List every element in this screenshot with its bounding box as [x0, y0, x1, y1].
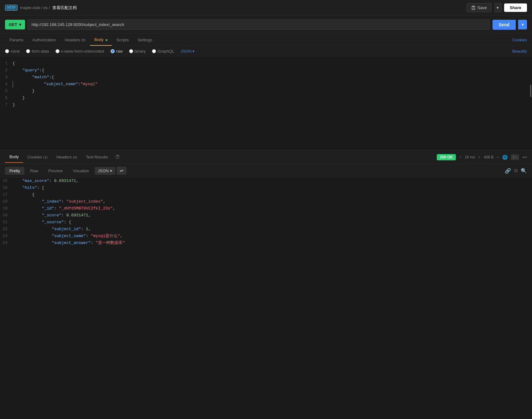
breadcrumb: maple-club / es / [20, 5, 50, 10]
resp-line-17: 17 { [0, 191, 532, 198]
json-chevron-icon: ▾ [192, 49, 195, 54]
cookies-link[interactable]: Cookies [512, 38, 527, 42]
status-badge: 200 OK [437, 154, 456, 160]
resp-line-18: 18 "_index": "subject_index", [0, 198, 532, 205]
top-bar: HTTP maple-club / es / 查看匹配文档 Save ▾ Sha… [0, 0, 532, 16]
response-tabs-bar: Body Cookies (1) Headers (4) Test Result… [0, 150, 532, 164]
save-dropdown-button[interactable]: ▾ [494, 3, 502, 12]
svg-rect-1 [472, 6, 474, 7]
response-size: 408 B [484, 155, 493, 159]
fmt-tab-preview[interactable]: Preview [44, 167, 67, 175]
send-button[interactable]: Send [493, 20, 516, 30]
wrap-lines-button[interactable]: ⇌ [117, 167, 127, 175]
editor-line-3: 3 "match":{ [0, 74, 532, 81]
method-select[interactable]: GET ▾ [5, 20, 25, 29]
response-icons: 🌐 E= ••• [502, 154, 527, 160]
fmt-tab-raw[interactable]: Raw [26, 167, 43, 175]
beautify-button[interactable]: Beautify [512, 49, 527, 54]
copy-icon[interactable]: ⧉ [514, 168, 518, 174]
editor-line-6: 6 } [0, 95, 532, 101]
url-input[interactable] [28, 19, 490, 30]
http-badge: HTTP [5, 5, 18, 11]
tab-params[interactable]: Params [5, 34, 28, 45]
editor-scrollbar[interactable] [530, 85, 531, 97]
editor-line-1: 1 { [0, 60, 532, 67]
editor-line-5: 5 } [0, 88, 532, 95]
resp-line-24: 24 "subject_answer": "是一种数据库" [0, 240, 532, 246]
more-options-icon[interactable]: ••• [522, 154, 527, 160]
top-bar-actions: Save ▾ Share [467, 3, 527, 12]
tab-scripts[interactable]: Scripts [112, 34, 133, 45]
save-button[interactable]: Save [467, 3, 492, 12]
share-button[interactable]: Share [504, 3, 527, 12]
response-meta: 16 ms 408 B [460, 155, 498, 159]
format-actions: 🔗 ⧉ 🔍 [505, 168, 527, 174]
response-time: 16 ms [465, 155, 475, 159]
tab-headers[interactable]: Headers (9) [60, 34, 90, 45]
resp-tab-cookies[interactable]: Cookies (1) [23, 152, 52, 163]
history-icon[interactable]: ⏱ [115, 154, 120, 160]
resp-tab-test-results[interactable]: Test Results [81, 152, 112, 163]
format-tabs-bar: Pretty Raw Preview Visualize JSON ▾ ⇌ 🔗 … [0, 164, 532, 178]
resp-line-20: 20 "_score": 0.6931471, [0, 212, 532, 219]
request-body-editor[interactable]: 1 { 2 "query":{ 3 "match":{ 4 "subject_n… [0, 56, 532, 150]
svg-rect-2 [472, 8, 474, 9]
editor-line-7: 7 } [0, 101, 532, 108]
body-options: none form-data x-www-form-urlencoded raw… [0, 46, 532, 56]
resp-line-16: 16 "hits": [ [0, 184, 532, 191]
response-body: 15 "max_score": 0.6931471, 16 "hits": [ … [0, 178, 532, 400]
body-active-dot [106, 39, 107, 41]
fmt-tab-pretty[interactable]: Pretty [5, 167, 24, 175]
table-icon[interactable]: E= [511, 154, 519, 160]
editor-line-4: 4 "subject_name":"mysql" [0, 81, 532, 88]
option-raw[interactable]: raw [111, 49, 123, 54]
save-icon [471, 6, 476, 10]
resp-line-15: 15 "max_score": 0.6931471, [0, 178, 532, 184]
resp-line-23: 23 "subject_name": "mysql是什么", [0, 233, 532, 240]
search-response-icon[interactable]: 🔍 [521, 168, 527, 174]
globe-icon[interactable]: 🌐 [502, 154, 508, 160]
send-dropdown-button[interactable]: ▾ [518, 20, 527, 29]
option-none[interactable]: none [5, 49, 20, 54]
option-form-data[interactable]: form-data [26, 49, 49, 54]
method-chevron-icon: ▾ [19, 22, 21, 27]
fmt-tab-visualize[interactable]: Visualize [68, 167, 93, 175]
url-bar: GET ▾ Send ▾ [0, 16, 532, 34]
breadcrumb-area: HTTP maple-club / es / 查看匹配文档 [5, 5, 77, 11]
request-tabs: Params Authorization Headers (9) Body Sc… [0, 34, 532, 46]
json-format-chevron-icon: ▾ [110, 168, 112, 173]
page-title: 查看匹配文档 [52, 5, 77, 11]
tab-settings[interactable]: Settings [133, 34, 157, 45]
json-format-button[interactable]: JSON ▾ [95, 167, 115, 175]
link-icon[interactable]: 🔗 [505, 168, 511, 174]
resp-line-21: 21 "_source": { [0, 219, 532, 226]
resp-line-22: 22 "subject_id": 1, [0, 226, 532, 233]
tab-authorization[interactable]: Authorization [28, 34, 60, 45]
option-binary[interactable]: binary [129, 49, 146, 54]
tab-body[interactable]: Body [90, 34, 112, 46]
json-format-select[interactable]: JSON ▾ [180, 49, 195, 54]
option-graphql[interactable]: GraphQL [152, 49, 174, 54]
headers-count-badge: (9) [81, 38, 85, 42]
save-label: Save [477, 5, 487, 10]
editor-line-2: 2 "query":{ [0, 67, 532, 74]
resp-tab-body[interactable]: Body [5, 151, 23, 163]
resp-line-19: 19 "_id": "_dHfd5MBT0VC2fkI_23o", [0, 205, 532, 212]
resp-tab-headers[interactable]: Headers (4) [52, 152, 81, 163]
option-urlencoded[interactable]: x-www-form-urlencoded [55, 49, 104, 54]
method-label: GET [9, 22, 17, 27]
